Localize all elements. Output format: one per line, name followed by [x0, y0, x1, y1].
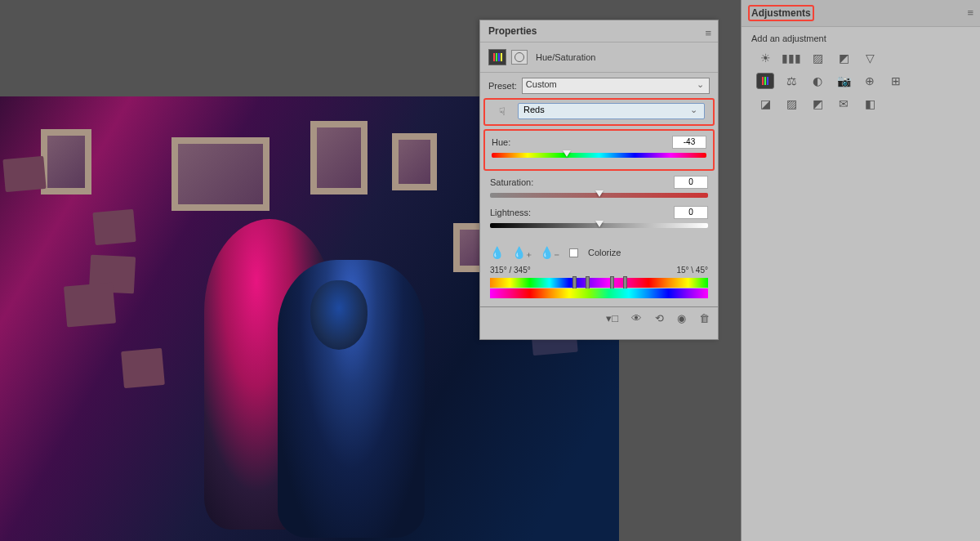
eyedropper-icon[interactable]: 💧 [490, 246, 504, 259]
color-balance-icon[interactable]: ⚖ [782, 73, 800, 89]
channel-select[interactable]: Reds [518, 103, 705, 119]
lightness-label: Lightness: [490, 208, 531, 217]
levels-icon[interactable]: ▮▮▮ [782, 50, 800, 66]
toggle-visibility-icon[interactable]: ◉ [677, 312, 686, 324]
saturation-label: Saturation: [490, 177, 533, 187]
spectrum-bottom [490, 288, 708, 298]
preset-label: Preset: [488, 81, 517, 91]
mask-icon[interactable] [511, 50, 528, 65]
properties-title: Properties ≡ [480, 20, 718, 42]
adjustments-hint: Add an adjustment [742, 27, 980, 48]
range-right-label: 15° \ 45° [676, 266, 708, 275]
saturation-thumb[interactable] [595, 190, 604, 197]
lightness-slider[interactable] [490, 223, 708, 228]
channel-mixer-icon[interactable]: ⊕ [861, 73, 879, 89]
photo-filter-icon[interactable]: 📷 [835, 73, 853, 89]
lightness-value-input[interactable]: 0 [674, 206, 708, 219]
posterize-icon[interactable]: ▨ [782, 96, 800, 112]
hue-slider-highlight: Hue: -43 [483, 129, 715, 171]
panel-menu-icon[interactable]: ≡ [705, 27, 711, 39]
hue-value-input[interactable]: -43 [672, 136, 706, 149]
hue-saturation-adj-icon[interactable] [756, 73, 774, 89]
delete-icon[interactable]: 🗑 [699, 312, 710, 324]
panel-menu-icon[interactable]: ≡ [967, 7, 973, 19]
exposure-icon[interactable]: ◩ [835, 50, 853, 66]
black-white-icon[interactable]: ◐ [808, 73, 826, 89]
vibrance-icon[interactable]: ▽ [861, 50, 879, 66]
view-previous-icon[interactable]: 👁 [631, 312, 642, 324]
hue-label: Hue: [492, 137, 510, 147]
target-adjust-icon[interactable]: ☟ [493, 103, 511, 119]
clip-to-layer-icon[interactable]: ▾□ [606, 312, 618, 324]
lightness-thumb[interactable] [595, 221, 604, 227]
adjustment-type-row: Hue/Saturation [480, 42, 718, 73]
saturation-value-input[interactable]: 0 [674, 176, 708, 189]
range-left-label: 315° / 345° [490, 266, 531, 275]
colorize-checkbox[interactable] [569, 248, 578, 257]
preset-select[interactable]: Custom [522, 78, 710, 94]
spectrum-top[interactable] [490, 278, 708, 288]
curves-icon[interactable]: ▨ [808, 50, 826, 66]
adjustment-type-label: Hue/Saturation [536, 52, 595, 62]
gradient-map-icon[interactable]: ✉ [835, 96, 853, 112]
saturation-slider[interactable] [490, 193, 708, 198]
hue-saturation-icon[interactable] [488, 49, 506, 65]
channel-row-highlight: ☟ Reds [483, 98, 715, 126]
right-sidebar: Adjustments ≡ Add an adjustment ☀ ▮▮▮ ▨ … [741, 0, 980, 541]
eyedropper-plus-icon[interactable]: 💧₊ [512, 246, 532, 259]
invert-icon[interactable]: ◪ [756, 96, 774, 112]
adjustments-title: Adjustments [748, 5, 814, 21]
hue-thumb[interactable] [563, 150, 571, 157]
brightness-icon[interactable]: ☀ [756, 50, 774, 66]
color-lookup-icon[interactable]: ⊞ [887, 73, 905, 89]
properties-panel: ‹‹ × Properties ≡ Hue/Saturation Preset:… [479, 20, 719, 340]
colorize-label: Colorize [588, 248, 621, 257]
threshold-icon[interactable]: ◩ [808, 96, 826, 112]
selective-color-icon[interactable]: ◧ [861, 96, 879, 112]
eyedropper-minus-icon[interactable]: 💧₋ [540, 246, 559, 259]
reset-icon[interactable]: ⟲ [655, 312, 664, 324]
hue-slider[interactable] [492, 153, 706, 158]
